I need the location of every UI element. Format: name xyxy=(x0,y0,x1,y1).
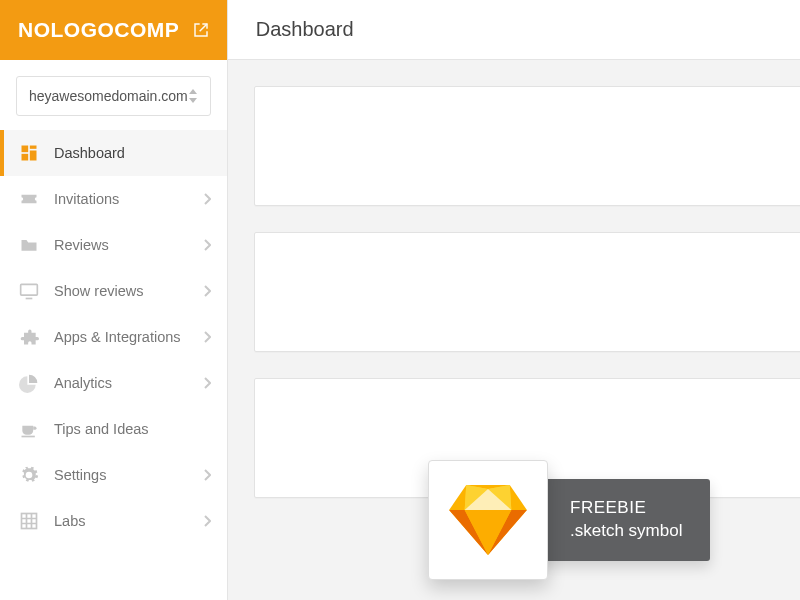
sketch-logo-tile xyxy=(428,460,548,580)
freebie-line1: FREEBIE xyxy=(570,497,682,520)
domain-select-value: heyawesomedomain.com xyxy=(29,88,188,104)
domain-select-wrap: heyawesomedomain.com xyxy=(0,60,227,126)
freebie-line2: .sketch symbol xyxy=(570,520,682,543)
puzzle-icon xyxy=(18,326,40,348)
sketch-icon xyxy=(449,485,527,555)
sidebar-item-label: Show reviews xyxy=(54,283,143,299)
sidebar-item-invitations[interactable]: Invitations xyxy=(0,176,227,222)
grid-icon xyxy=(18,510,40,532)
sidebar-item-reviews[interactable]: Reviews xyxy=(0,222,227,268)
sidebar-item-label: Invitations xyxy=(54,191,119,207)
sidebar-item-labs[interactable]: Labs xyxy=(0,498,227,544)
svg-rect-1 xyxy=(30,146,37,149)
sidebar-item-label: Analytics xyxy=(54,375,112,391)
sidebar: NOLOGOCOMP heyawesomedomain.com Dashboar… xyxy=(0,0,228,600)
dashboard-card xyxy=(254,232,800,352)
sidebar-item-label: Tips and Ideas xyxy=(54,421,149,437)
chevron-right-icon xyxy=(203,285,211,297)
sort-icon xyxy=(188,89,198,103)
chevron-right-icon xyxy=(203,193,211,205)
page-title: Dashboard xyxy=(256,18,354,41)
topbar: Dashboard xyxy=(228,0,800,60)
ticket-icon xyxy=(18,188,40,210)
piechart-icon xyxy=(18,372,40,394)
dashboard-icon xyxy=(18,142,40,164)
domain-select[interactable]: heyawesomedomain.com xyxy=(16,76,211,116)
chevron-right-icon xyxy=(203,239,211,251)
sidebar-nav: Dashboard Invitations Reviews Show revie… xyxy=(0,126,227,544)
svg-rect-3 xyxy=(22,154,29,161)
freebie-callout: FREEBIE .sketch symbol xyxy=(428,460,710,580)
screen-icon xyxy=(18,280,40,302)
svg-rect-6 xyxy=(22,514,37,529)
svg-rect-0 xyxy=(22,146,29,153)
svg-rect-2 xyxy=(30,151,37,161)
coffee-icon xyxy=(18,418,40,440)
sidebar-item-label: Labs xyxy=(54,513,85,529)
dashboard-card xyxy=(254,86,800,206)
sidebar-item-label: Dashboard xyxy=(54,145,125,161)
brand-name: NOLOGOCOMP xyxy=(18,18,179,42)
chevron-right-icon xyxy=(203,515,211,527)
sidebar-item-apps[interactable]: Apps & Integrations xyxy=(0,314,227,360)
sidebar-item-analytics[interactable]: Analytics xyxy=(0,360,227,406)
svg-rect-5 xyxy=(22,436,35,438)
svg-rect-4 xyxy=(21,284,38,295)
gear-icon xyxy=(18,464,40,486)
sidebar-item-settings[interactable]: Settings xyxy=(0,452,227,498)
folder-icon xyxy=(18,234,40,256)
sidebar-item-label: Apps & Integrations xyxy=(54,329,181,345)
sidebar-item-dashboard[interactable]: Dashboard xyxy=(0,130,227,176)
brand-bar: NOLOGOCOMP xyxy=(0,0,227,60)
chevron-right-icon xyxy=(203,331,211,343)
open-external-icon[interactable] xyxy=(193,22,209,38)
sidebar-item-tips[interactable]: Tips and Ideas xyxy=(0,406,227,452)
sidebar-item-label: Reviews xyxy=(54,237,109,253)
chevron-right-icon xyxy=(203,469,211,481)
chevron-right-icon xyxy=(203,377,211,389)
freebie-label: FREEBIE .sketch symbol xyxy=(536,479,710,561)
sidebar-item-show-reviews[interactable]: Show reviews xyxy=(0,268,227,314)
sidebar-item-label: Settings xyxy=(54,467,106,483)
